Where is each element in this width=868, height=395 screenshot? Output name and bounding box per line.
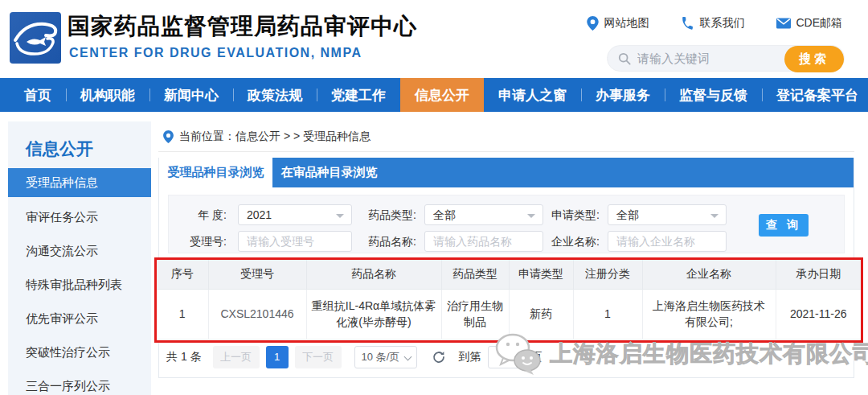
sidebar-item-special-approval[interactable]: 特殊审批品种列表 xyxy=(8,268,151,302)
filter-box: 年 度: 2021 药品类型: 全部 申请类型: 全部 查 询 受理号: 药品名… xyxy=(168,195,845,253)
drug-name-label: 药品名称: xyxy=(363,231,416,252)
year-select[interactable]: 2021 xyxy=(238,204,352,225)
tab-strip: 受理品种目录浏览 在审品种目录浏览 xyxy=(159,158,854,187)
nav-item-applicant-window[interactable]: 申请人之窗 xyxy=(484,78,581,112)
envelope-icon xyxy=(776,18,791,29)
site-subtitle: CENTER FOR DRUG EVALUATION, NMPA xyxy=(69,46,362,60)
cell-apply-type: 新药 xyxy=(509,289,573,339)
chevron-down-icon xyxy=(403,353,411,361)
breadcrumb-divider xyxy=(158,151,854,152)
sidebar-item-communication[interactable]: 沟通交流公示 xyxy=(8,234,151,268)
col-header-reg-class: 注册分类 xyxy=(573,260,642,289)
goto-page-suffix: 页 xyxy=(531,350,542,364)
sidebar-item-accepted-varieties[interactable]: 受理品种信息 xyxy=(8,168,151,197)
pagination: 共 1 条 上一页 1 下一页 10 条/页 到第 页 xyxy=(166,346,542,368)
sidebar: 信息公开 受理品种信息 审评任务公示 沟通交流公示 特殊审批品种列表 优先审评公… xyxy=(8,121,151,395)
nav-item-policy[interactable]: 政策法规 xyxy=(233,78,317,112)
search-button[interactable]: 搜索 xyxy=(784,46,844,72)
cde-mail-link-label: CDE邮箱 xyxy=(796,16,842,31)
page: 国家药品监督管理局药品审评中心 CENTER FOR DRUG EVALUATI… xyxy=(0,0,868,395)
nav-item-supervision[interactable]: 监督与反馈 xyxy=(665,78,762,112)
page-size-select[interactable]: 10 条/页 xyxy=(354,346,417,368)
nav-item-info-disclosure[interactable]: 信息公开 xyxy=(400,78,484,112)
cell-accept-no: CXSL2101446 xyxy=(208,289,306,339)
col-header-drug-type: 药品类型 xyxy=(441,260,509,289)
col-header-date: 承办日期 xyxy=(776,260,861,289)
cell-drug-type: 治疗用生物制品 xyxy=(441,289,509,339)
nav-item-news[interactable]: 新闻中心 xyxy=(149,78,233,112)
results-table: 序号 受理号 药品名称 药品类型 申请类型 注册分类 企业名称 承办日期 1 C… xyxy=(157,260,861,339)
col-header-seq: 序号 xyxy=(157,260,208,289)
drug-type-label: 药品类型: xyxy=(363,204,416,225)
header: 国家药品监督管理局药品审评中心 CENTER FOR DRUG EVALUATI… xyxy=(0,0,868,78)
caret-down-icon xyxy=(527,214,535,218)
prev-page-button[interactable]: 上一页 xyxy=(213,346,260,368)
company-name-label: 企业名称: xyxy=(547,231,600,252)
cell-reg-class: 1 xyxy=(573,289,642,339)
sidebar-item-priority-review[interactable]: 优先审评公示 xyxy=(8,302,151,335)
breadcrumb-pin-icon xyxy=(163,130,174,143)
site-title: 国家药品监督管理局药品审评中心 xyxy=(68,11,417,42)
cell-seq: 1 xyxy=(157,289,208,339)
next-page-button[interactable]: 下一页 xyxy=(295,346,342,368)
contact-us-link-label: 联系我们 xyxy=(699,16,744,31)
cell-company: 上海洛启生物医药技术有限公司; xyxy=(642,289,776,339)
apply-type-select-value: 全部 xyxy=(616,208,639,221)
apply-type-label: 申请类型: xyxy=(547,204,600,225)
col-header-apply-type: 申请类型 xyxy=(509,260,573,289)
search-icon xyxy=(618,52,631,65)
caret-down-icon xyxy=(710,214,719,218)
goto-page-label: 到第 xyxy=(459,350,481,364)
highlighted-results-table: 序号 受理号 药品名称 药品类型 申请类型 注册分类 企业名称 承办日期 1 C… xyxy=(154,257,863,343)
nav-item-services[interactable]: 办事服务 xyxy=(581,78,665,112)
accept-no-label: 受理号: xyxy=(177,231,227,252)
cde-logo xyxy=(10,12,61,64)
year-label: 年 度: xyxy=(177,204,227,225)
contact-us-link[interactable]: 联系我们 xyxy=(681,16,744,31)
nav-item-home[interactable]: 首页 xyxy=(10,78,66,112)
nav-item-functions[interactable]: 机构职能 xyxy=(66,78,149,112)
table-header-row: 序号 受理号 药品名称 药品类型 申请类型 注册分类 企业名称 承办日期 xyxy=(157,260,861,289)
drug-type-select-value: 全部 xyxy=(433,208,456,221)
query-button[interactable]: 查 询 xyxy=(759,214,809,237)
sidebar-item-three-in-one[interactable]: 三合一序列公示 xyxy=(8,369,151,395)
cde-logo-swoosh-icon xyxy=(10,12,61,64)
sidebar-item-breakthrough-therapy[interactable]: 突破性治疗公示 xyxy=(8,335,151,369)
breadcrumb: 当前位置：信息公开 > > 受理品种信息 xyxy=(163,130,371,144)
tab-under-review-catalog[interactable]: 在审品种目录浏览 xyxy=(272,158,386,187)
location-pin-icon xyxy=(587,16,599,31)
sitemap-link-label: 网站地图 xyxy=(604,16,649,31)
main-nav: 首页 机构职能 新闻中心 政策法规 党建工作 信息公开 申请人之窗 办事服务 监… xyxy=(0,78,868,112)
drug-type-select[interactable]: 全部 xyxy=(424,204,543,225)
col-header-company: 企业名称 xyxy=(642,260,776,289)
drug-name-input[interactable] xyxy=(424,231,543,252)
goto-page-input[interactable] xyxy=(488,346,525,368)
page-number-1[interactable]: 1 xyxy=(266,346,289,368)
pagination-total: 共 1 条 xyxy=(166,350,202,364)
page-size-value: 10 条/页 xyxy=(362,351,400,363)
accept-no-input[interactable] xyxy=(238,231,352,252)
refresh-icon xyxy=(432,350,446,364)
col-header-drug-name: 药品名称 xyxy=(306,260,441,289)
sidebar-item-review-tasks[interactable]: 审评任务公示 xyxy=(8,200,151,234)
apply-type-select[interactable]: 全部 xyxy=(608,204,727,225)
table-row[interactable]: 1 CXSL2101446 重组抗IL-4Rα单域抗体雾化液(毕赤酵母) 治疗用… xyxy=(157,289,861,339)
cde-mail-link[interactable]: CDE邮箱 xyxy=(776,16,842,31)
sidebar-title: 信息公开 xyxy=(26,138,151,160)
sitemap-link[interactable]: 网站地图 xyxy=(587,16,649,31)
tab-accepted-catalog[interactable]: 受理品种目录浏览 xyxy=(159,158,272,187)
col-header-accept-no: 受理号 xyxy=(208,260,306,289)
header-search-bar: 搜索 xyxy=(607,45,845,72)
company-name-input[interactable] xyxy=(608,231,727,252)
nav-item-party[interactable]: 党建工作 xyxy=(317,78,400,112)
refresh-button[interactable] xyxy=(432,350,446,364)
keyword-search-input[interactable] xyxy=(637,51,774,65)
phone-icon xyxy=(681,17,694,31)
caret-down-icon xyxy=(336,214,344,218)
cell-date: 2021-11-26 xyxy=(776,289,861,339)
top-links: 网站地图 联系我们 CDE邮箱 xyxy=(587,16,842,31)
breadcrumb-text: 当前位置：信息公开 > > 受理品种信息 xyxy=(179,130,371,144)
year-select-value: 2021 xyxy=(247,208,272,221)
cell-drug-name: 重组抗IL-4Rα单域抗体雾化液(毕赤酵母) xyxy=(306,289,441,339)
nav-item-registration-platform[interactable]: 登记备案平台 xyxy=(762,78,868,112)
